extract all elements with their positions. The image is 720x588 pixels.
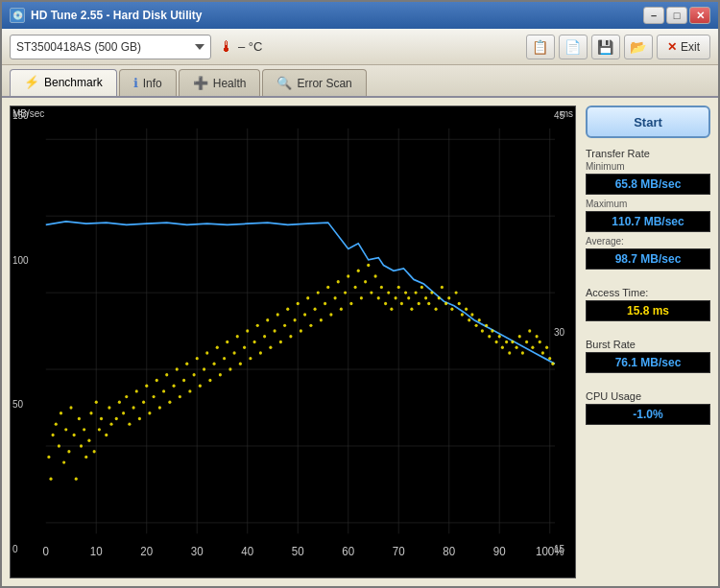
- svg-point-166: [536, 335, 539, 338]
- svg-point-31: [84, 456, 87, 459]
- svg-point-19: [55, 422, 58, 425]
- access-time-label: Access Time:: [586, 287, 710, 298]
- svg-point-152: [488, 335, 491, 338]
- exit-button[interactable]: ✕ Exit: [657, 35, 710, 59]
- svg-point-73: [223, 357, 226, 360]
- svg-point-23: [64, 428, 67, 431]
- svg-point-136: [435, 308, 438, 311]
- toolbar: ST3500418AS (500 GB) 🌡 – °C 📋 📄 💾 📂 ✕ Ex…: [2, 29, 718, 65]
- svg-point-140: [447, 296, 450, 299]
- access-time-section: Access Time: 15.8 ms: [586, 283, 710, 325]
- svg-point-163: [525, 341, 528, 343]
- svg-text:20: 20: [140, 545, 153, 559]
- svg-point-64: [193, 373, 196, 376]
- svg-point-85: [263, 335, 266, 338]
- svg-point-155: [498, 335, 501, 338]
- error-scan-tab-label: Error Scan: [297, 77, 351, 90]
- svg-point-81: [249, 357, 252, 360]
- svg-point-122: [387, 291, 390, 294]
- svg-point-70: [213, 363, 216, 365]
- info-button[interactable]: 📋: [526, 35, 555, 59]
- title-bar-left: 💿 HD Tune 2.55 - Hard Disk Utility: [10, 8, 202, 23]
- window-controls: – □ ✕: [643, 7, 710, 24]
- svg-point-65: [196, 357, 199, 360]
- svg-point-162: [521, 351, 524, 354]
- svg-point-119: [377, 296, 380, 299]
- maximize-button[interactable]: □: [666, 7, 687, 24]
- svg-point-106: [334, 296, 337, 299]
- svg-text:10: 10: [90, 545, 103, 559]
- svg-point-16: [47, 456, 50, 459]
- average-label: Average:: [586, 236, 710, 247]
- svg-point-168: [541, 351, 544, 354]
- svg-point-133: [424, 296, 427, 299]
- svg-point-123: [390, 308, 393, 311]
- svg-point-18: [52, 434, 55, 436]
- svg-point-33: [89, 412, 92, 414]
- svg-point-125: [397, 286, 400, 289]
- start-button[interactable]: Start: [586, 106, 710, 138]
- svg-point-109: [344, 291, 347, 294]
- svg-point-99: [309, 324, 312, 327]
- svg-point-160: [516, 345, 518, 348]
- health-tab-label: Health: [213, 77, 247, 90]
- svg-point-98: [306, 296, 309, 299]
- svg-point-102: [320, 318, 323, 321]
- svg-point-52: [153, 395, 156, 398]
- svg-point-34: [93, 450, 96, 453]
- svg-point-156: [501, 345, 504, 348]
- drive-selector[interactable]: ST3500418AS (500 GB): [10, 35, 211, 59]
- svg-point-154: [495, 341, 498, 343]
- tab-benchmark[interactable]: ⚡ Benchmark: [10, 69, 117, 96]
- save-button[interactable]: 💾: [591, 35, 620, 59]
- svg-text:80: 80: [443, 545, 455, 559]
- tab-health[interactable]: ➕ Health: [179, 69, 261, 96]
- svg-point-92: [286, 308, 289, 311]
- svg-point-108: [340, 308, 343, 311]
- copy-button[interactable]: 📄: [559, 35, 588, 59]
- folder-button[interactable]: 📂: [624, 35, 653, 59]
- tab-info[interactable]: ℹ Info: [119, 69, 177, 96]
- svg-point-165: [531, 345, 534, 348]
- svg-point-170: [548, 357, 551, 360]
- temp-value: – °C: [238, 39, 262, 54]
- svg-point-44: [125, 395, 128, 398]
- svg-point-94: [294, 318, 297, 321]
- svg-point-145: [465, 308, 468, 311]
- svg-text:0: 0: [43, 545, 50, 559]
- svg-point-42: [118, 401, 121, 404]
- svg-point-91: [283, 324, 286, 327]
- svg-point-87: [269, 345, 272, 348]
- svg-point-121: [384, 302, 387, 305]
- svg-point-134: [427, 302, 430, 305]
- svg-point-29: [80, 444, 83, 447]
- toolbar-right: 📋 📄 💾 📂 ✕ Exit: [526, 35, 710, 59]
- svg-point-32: [87, 439, 90, 442]
- svg-point-36: [98, 428, 101, 431]
- svg-point-80: [246, 329, 249, 332]
- svg-text:90: 90: [493, 545, 506, 559]
- chart-svg: 0 10 20 30 40 50 60 70 80 90 100%: [11, 106, 575, 577]
- close-button[interactable]: ✕: [689, 7, 710, 24]
- info-tab-label: Info: [143, 77, 162, 90]
- svg-point-103: [324, 302, 326, 305]
- svg-point-128: [407, 296, 410, 299]
- svg-point-25: [69, 406, 72, 409]
- minimize-button[interactable]: –: [643, 7, 664, 24]
- svg-point-78: [239, 363, 242, 365]
- svg-point-139: [444, 302, 447, 305]
- tab-bar: ⚡ Benchmark ℹ Info ➕ Health 🔍 Error Scan: [2, 65, 718, 98]
- svg-point-58: [173, 384, 176, 387]
- svg-point-20: [58, 444, 60, 447]
- svg-point-153: [491, 329, 493, 332]
- tab-error-scan[interactable]: 🔍 Error Scan: [262, 69, 366, 96]
- svg-point-116: [367, 264, 370, 267]
- svg-point-74: [226, 341, 228, 343]
- svg-point-63: [188, 389, 191, 392]
- svg-point-100: [314, 308, 317, 311]
- svg-point-151: [485, 324, 488, 327]
- cpu-usage-label: CPU Usage: [586, 390, 710, 402]
- svg-point-84: [259, 351, 262, 354]
- svg-text:70: 70: [393, 545, 405, 559]
- svg-point-138: [441, 286, 444, 289]
